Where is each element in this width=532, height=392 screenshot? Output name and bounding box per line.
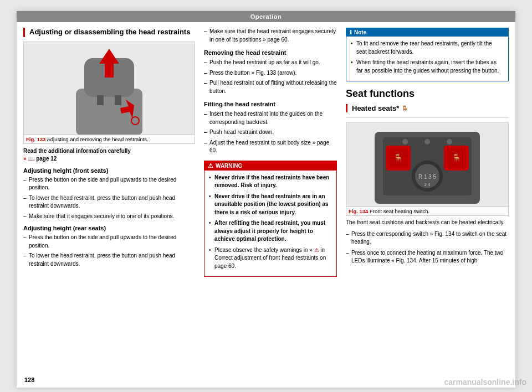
removing-step-3: – Pull head restraint out of fitting wit… (204, 79, 337, 95)
right-column: ℹ Note To fit and remove the rear head r… (346, 28, 509, 277)
note-item-2: When fitting the head restraints again, … (351, 59, 504, 75)
warning-item-4-text: Please observe the safety warnings in » … (214, 247, 326, 269)
svg-point-20 (424, 139, 430, 145)
warning-item-2: Never drive if the head restraints are i… (209, 193, 332, 217)
seat-heating-svg: R 1 3 5 2 4 🪑 🪑 (372, 126, 483, 212)
warning-triangle-icon: ⚠ (208, 162, 213, 169)
note-header: ℹ Note (346, 28, 508, 37)
warning-item-4: Please observe the safety warnings in » … (209, 246, 332, 271)
note-label: Note (354, 29, 366, 35)
main-section-title: Adjusting or disassembling the head rest… (29, 28, 195, 37)
read-additional-arrow: » (23, 156, 27, 162)
svg-text:🪑: 🪑 (452, 153, 462, 163)
fitting-step-2: – Push head restraint down. (204, 128, 337, 137)
front-step-2: To lower the head restraint, press the b… (23, 194, 195, 210)
warning-item-3: After refitting the head restraint, you … (209, 219, 332, 244)
svg-text:🪑: 🪑 (393, 153, 403, 163)
figure-133-label: Fig. 133 (26, 136, 45, 142)
warning-item-1: Never drive if the head restraints have … (209, 174, 332, 190)
warning-list: Never drive if the head restraints have … (209, 174, 332, 271)
front-seats-title: Adjusting height (front seats) (23, 167, 195, 174)
read-additional-icon: 📖 (28, 156, 36, 162)
front-step-1: Press the button on the side and pull up… (23, 176, 195, 192)
warning-box: ⚠ WARNING Never drive if the head restra… (204, 161, 337, 277)
figure-134-caption-text: Front seat heating switch. (370, 208, 429, 214)
section-divider (346, 117, 509, 117)
heated-seats-block: Heated seats* 🪑 (346, 104, 509, 112)
front-step-3: Make sure that it engages securely into … (23, 213, 195, 221)
right-step-2: Press once to connect the heating at max… (346, 249, 509, 265)
note-icon: ℹ (350, 29, 352, 35)
read-additional-text: Read the additional information carefull… (23, 148, 131, 154)
removing-step-2: – Press the button » Fig. 133 (arrow). (204, 69, 337, 78)
main-section-title-block: Adjusting or disassembling the head rest… (23, 28, 195, 37)
figure-134-label: Fig. 134 (349, 208, 368, 214)
left-column: Adjusting or disassembling the head rest… (23, 28, 195, 277)
right-description: The front seat cushions and backrests ca… (346, 219, 509, 227)
content-area: Adjusting or disassembling the head rest… (17, 22, 515, 282)
rear-step-2: To lower the head restraint, press the b… (23, 252, 195, 268)
note-item-1: To fit and remove the rear head restrain… (351, 40, 504, 56)
figure-133-caption: Fig. 133 Adjusting and removing the head… (24, 135, 195, 143)
note-box: ℹ Note To fit and remove the rear head r… (346, 28, 509, 81)
right-step-2-text: Press once to connect the heating at max… (351, 250, 503, 264)
head-restraint-svg (54, 44, 165, 141)
read-additional-block: Read the additional information carefull… (23, 147, 195, 163)
middle-column: – Make sure that the head restraint enga… (204, 28, 337, 277)
fitting-step-1: – Insert the head restraint into the gui… (204, 110, 337, 126)
front-seats-steps: Press the button on the side and pull up… (23, 176, 195, 221)
watermark: carmanualsonline.info (444, 378, 526, 386)
seat-functions-title: Seat functions (346, 88, 509, 100)
rear-seats-title: Adjusting height (rear seats) (23, 225, 195, 231)
svg-point-19 (402, 139, 408, 145)
intro-step: – Make sure that the head restraint enga… (204, 28, 337, 44)
removing-title: Removing the head restraint (204, 49, 337, 56)
seat-icon: 🪑 (401, 105, 409, 112)
figure-134-image: R 1 3 5 2 4 🪑 🪑 (346, 122, 508, 215)
figure-134-caption: Fig. 134 Front seat heating switch. (346, 207, 508, 215)
svg-text:2 4: 2 4 (424, 182, 431, 187)
svg-rect-2 (97, 95, 104, 105)
note-list: To fit and remove the rear head restrain… (351, 40, 504, 75)
read-additional-page: page 12 (36, 156, 57, 162)
removing-step-1: – Push the head restraint up as far as i… (204, 59, 337, 67)
right-step-1: Press the corresponding switch » Fig. 13… (346, 230, 509, 246)
heated-seats-title: Heated seats* 🪑 (352, 104, 509, 112)
figure-133-caption-text: Adjusting and removing the head restrain… (47, 136, 149, 142)
page-number: 128 (24, 376, 34, 383)
figure-133-box: Fig. 133 Adjusting and removing the head… (23, 42, 195, 144)
fitting-step-3: – Adjust the head restraint to suit body… (204, 139, 337, 155)
intro-step-text: Make sure that the head restraint engage… (209, 28, 336, 43)
right-step-1-text: Press the corresponding switch » Fig. 13… (351, 231, 507, 245)
svg-point-21 (447, 139, 452, 145)
svg-rect-3 (115, 95, 121, 105)
warning-header: ⚠ WARNING (204, 161, 336, 171)
warning-label: WARNING (216, 163, 242, 169)
rear-step-1: Press the button on the side and pull up… (23, 234, 195, 250)
rear-seats-steps: Press the button on the side and pull up… (23, 234, 195, 268)
svg-text:R 1 3 5: R 1 3 5 (418, 174, 437, 180)
header-bar: Operation (17, 11, 515, 22)
figure-133-image (24, 42, 195, 143)
header-label: Operation (250, 13, 282, 20)
page: Operation Adjusting or disassembling the… (17, 11, 515, 388)
figure-134-box: R 1 3 5 2 4 🪑 🪑 (346, 122, 509, 216)
fitting-title: Fitting the head restraint (204, 101, 337, 107)
